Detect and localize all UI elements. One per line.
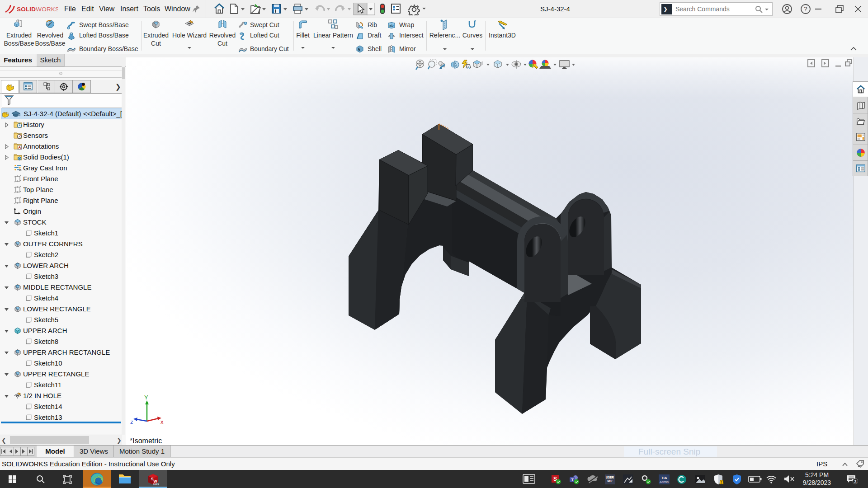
- svg-text:!: !: [721, 481, 722, 484]
- svg-text:Admin: Admin: [660, 480, 669, 483]
- svg-text:USER: USER: [606, 476, 614, 479]
- svg-text:2023: 2023: [153, 483, 160, 486]
- svg-text:SOLIDWORKS: SOLIDWORKS: [17, 6, 58, 13]
- svg-text:x: x: [160, 418, 164, 425]
- svg-text:3: 3: [854, 479, 856, 484]
- svg-text:T: T: [571, 478, 574, 482]
- svg-text:Mi?: Mi?: [607, 479, 612, 483]
- svg-text:A: A: [18, 145, 21, 150]
- svg-text:TIA: TIA: [661, 476, 667, 480]
- svg-text:A: A: [467, 65, 470, 70]
- svg-text:?: ?: [804, 5, 807, 13]
- svg-text:*Isometric: *Isometric: [130, 437, 162, 445]
- svg-text:ab: ab: [389, 23, 393, 28]
